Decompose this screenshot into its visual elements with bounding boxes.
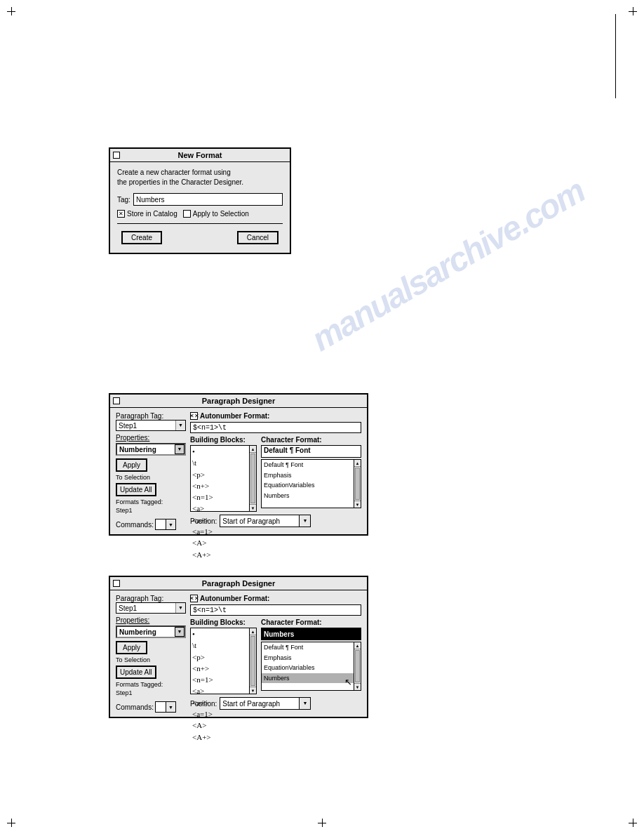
bb2-item-9[interactable]: <A> [191, 720, 248, 731]
corner-mark-br [629, 819, 637, 827]
autonumber-label-1: Autonumber Format: [200, 412, 269, 420]
bb2-item-10[interactable]: <A+> [191, 732, 248, 743]
bb2-item-5[interactable]: <n=1> [191, 674, 248, 685]
bb-item-3[interactable]: <p> [191, 469, 248, 480]
position-arrow-1[interactable]: ▼ [299, 515, 310, 527]
bb-item-5[interactable]: <n=1> [191, 491, 248, 503]
numbering-value-1: Numbering [117, 446, 175, 454]
cf2-scroll-down[interactable]: ▼ [354, 683, 361, 690]
cf-item-1-3[interactable]: EquationVariables [262, 480, 354, 491]
new-format-title: New Format [110, 149, 290, 162]
cf-item-2-2[interactable]: Emphasis [262, 653, 354, 663]
numbering-arrow-2[interactable]: ▼ [175, 627, 185, 637]
cancel-button[interactable]: Cancel [237, 231, 279, 244]
bb2-scroll-up[interactable]: ▲ [250, 628, 256, 635]
cf-item-2-1[interactable]: Default ¶ Font [262, 642, 354, 653]
autonumber-checkbox-1[interactable]: ✕ [190, 412, 198, 420]
commands-arrow-2[interactable]: ▼ [166, 702, 175, 712]
bb-item-9[interactable]: <A> [191, 537, 248, 548]
corner-mark-tr [629, 7, 637, 15]
cf-item-1-1[interactable]: Default ¶ Font [262, 460, 354, 470]
bb-scroll-up-1[interactable]: ▲ [250, 446, 256, 453]
bb-item-1[interactable]: • [191, 446, 248, 457]
bb-item-2[interactable]: \t [191, 457, 248, 468]
building-blocks-header-1: Building Blocks: [190, 436, 257, 444]
bb2-item-2[interactable]: \t [191, 640, 248, 651]
tag-label: Tag: [117, 196, 130, 204]
position-arrow-2[interactable]: ▼ [299, 698, 310, 709]
apply-to-selection-label: Apply to Selection [193, 210, 249, 218]
right-side-line [615, 14, 616, 98]
para-tag-arrow-2[interactable]: ▼ [175, 603, 185, 613]
commands-label-1: Commands: [116, 521, 154, 529]
building-blocks-header-2: Building Blocks: [190, 618, 257, 626]
apply-button-2[interactable]: Apply [116, 641, 147, 654]
commands-arrow-1[interactable]: ▼ [166, 519, 175, 529]
para-tag-value-1: Step1 [116, 422, 175, 430]
formats-tagged-section-1: Formats Tagged: Step1 [116, 498, 186, 515]
para-designer-1-title: Paragraph Designer [110, 395, 367, 408]
bb-scroll-down-1[interactable]: ▼ [250, 504, 256, 511]
bb2-item-4[interactable]: <n+> [191, 663, 248, 674]
para-tag-label-1: Paragraph Tag: [116, 412, 183, 420]
autonumber-label-2: Autonumber Format: [200, 595, 269, 602]
numbering-arrow-1[interactable]: ▼ [175, 444, 185, 454]
cf-item-2-4[interactable]: Numbers [262, 673, 354, 684]
create-button[interactable]: Create [121, 231, 162, 244]
bb2-item-8[interactable]: <a=1> [191, 708, 248, 720]
bb2-item-3[interactable]: <p> [191, 651, 248, 663]
bb2-item-1[interactable]: • [191, 628, 248, 640]
para-tag-value-2: Step1 [116, 604, 175, 612]
cf-item-2-3[interactable]: EquationVariables [262, 663, 354, 673]
tag-input[interactable] [133, 193, 283, 206]
char-format-list-2: Default ¶ Font Emphasis EquationVariable… [261, 642, 361, 691]
update-all-button-2[interactable]: Update All [116, 666, 156, 679]
autonumber-checkbox-2[interactable]: ✕ [190, 595, 198, 602]
properties-label-1: Properties: [116, 434, 186, 442]
new-format-dialog: New Format Create a new character format… [109, 147, 291, 254]
bb-item-6[interactable]: <a> [191, 503, 248, 514]
char-format-list-1: Default ¶ Font Emphasis EquationVariable… [261, 459, 361, 508]
autonumber-input-2[interactable] [190, 604, 361, 616]
position-value-2: Start of Paragraph [222, 700, 280, 708]
autonumber-input-1[interactable] [190, 422, 361, 433]
para-tag-arrow-1[interactable]: ▼ [175, 421, 185, 430]
bb-item-4[interactable]: <n+> [191, 480, 248, 491]
store-in-catalog-label: Store in Catalog [127, 210, 177, 218]
apply-button-1[interactable]: Apply [116, 458, 147, 472]
cf2-scroll-up[interactable]: ▲ [354, 642, 361, 649]
corner-mark-tl [7, 7, 15, 15]
char-format-header-1: Character Format: [261, 436, 361, 444]
position-value-1: Start of Paragraph [222, 517, 280, 525]
update-all-button-1[interactable]: Update All [116, 483, 156, 496]
watermark: manualsarchive.com [305, 171, 591, 359]
bb2-item-6[interactable]: <a> [191, 685, 248, 696]
store-in-catalog-checkbox[interactable] [117, 210, 125, 218]
to-selection-1: To Selection [116, 474, 186, 481]
char-format-header-2: Character Format: [261, 618, 361, 626]
cf-item-1-2[interactable]: Emphasis [262, 470, 354, 481]
cf-item-1-4[interactable]: Numbers [262, 491, 354, 501]
bb-item-8[interactable]: <a=1> [191, 526, 248, 537]
commands-label-2: Commands: [116, 703, 154, 711]
to-selection-2: To Selection [116, 656, 186, 663]
numbering-value-2: Numbering [117, 628, 175, 636]
cf-scroll-down-1[interactable]: ▼ [354, 501, 361, 508]
properties-label-2: Properties: [116, 616, 186, 624]
bb-item-10[interactable]: <A+> [191, 549, 248, 560]
apply-to-selection-checkbox[interactable] [183, 210, 191, 218]
new-format-description: Create a new character format using the … [117, 168, 283, 187]
corner-mark-bl [7, 819, 15, 827]
para-tag-label-2: Paragraph Tag: [116, 595, 183, 602]
paragraph-designer-1: Paragraph Designer Paragraph Tag: Step1 … [109, 393, 368, 536]
paragraph-designer-2: Paragraph Designer Paragraph Tag: Step1 … [109, 576, 368, 718]
cf-scroll-up-1[interactable]: ▲ [354, 460, 361, 467]
char-format-display-1: Default ¶ Font [261, 445, 361, 458]
formats-tagged-section-2: Formats Tagged: Step1 [116, 681, 186, 697]
center-bottom-mark [318, 819, 326, 827]
bb2-scroll-down[interactable]: ▼ [250, 687, 256, 694]
char-format-display-2: Numbers [261, 628, 361, 640]
para-designer-2-title: Paragraph Designer [110, 577, 367, 590]
